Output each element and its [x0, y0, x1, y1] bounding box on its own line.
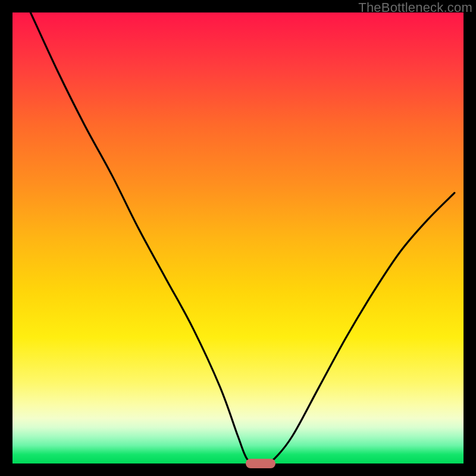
- plot-area: [12, 12, 464, 464]
- chart-frame: TheBottleneck.com: [0, 0, 476, 476]
- optimal-marker: [246, 459, 275, 468]
- bottleneck-curve: [12, 12, 464, 464]
